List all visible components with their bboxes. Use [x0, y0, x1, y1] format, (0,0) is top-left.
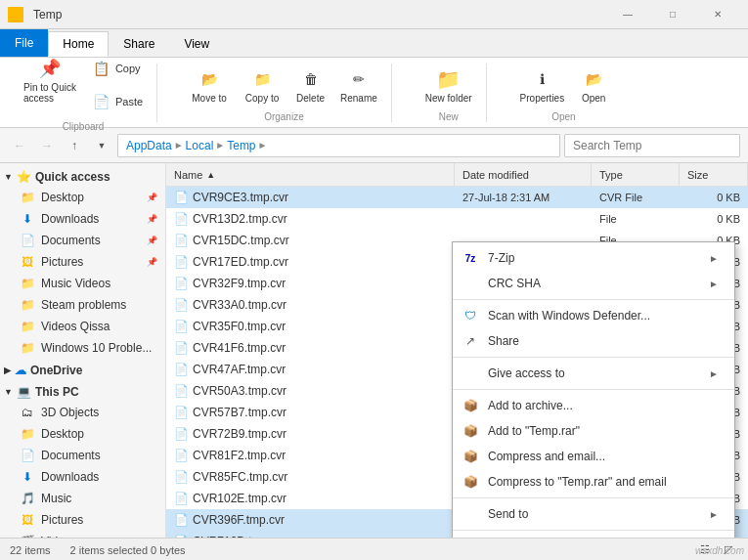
- file-name-cell: 📄 CVR33A0.tmp.cvr: [166, 298, 455, 312]
- file-name: CVR17ED.tmp.cvr: [193, 255, 288, 269]
- content-area: Name ▲ Date modified Type Size 📄 CVR9CE3…: [166, 163, 748, 538]
- context-menu-item[interactable]: 📦 Add to archive...: [453, 393, 734, 418]
- file-icon: 📄: [174, 212, 189, 226]
- table-row[interactable]: 📄 CVR9CE3.tmp.cvr 27-Jul-18 2:31 AM CVR …: [166, 187, 748, 208]
- forward-button[interactable]: →: [35, 134, 59, 157]
- context-menu-item[interactable]: 📦 Compress and email...: [453, 444, 734, 469]
- minimize-button[interactable]: ―: [605, 0, 650, 29]
- file-size-cell: 0 KB: [680, 192, 748, 203]
- watermark: wsxdh.com: [695, 545, 744, 556]
- sidebar-item-windows10[interactable]: 📁 Windows 10 Proble...: [0, 337, 165, 359]
- app-icon: [8, 7, 23, 22]
- context-menu: 7z 7-Zip ► CRC SHA ► 🛡 Scan with Windows…: [452, 241, 735, 538]
- ribbon-group-organize: 📂 Move to 📁 Copy to 🗑 Delete ✏ Rename Or…: [177, 64, 392, 122]
- sidebar-item-pc-desktop[interactable]: 📁 Desktop: [0, 423, 165, 445]
- menu-icon: [461, 276, 480, 291]
- submenu-arrow: ►: [709, 279, 719, 289]
- context-menu-item[interactable]: ↗ Share: [453, 328, 734, 354]
- ribbon-properties-button[interactable]: ℹ Properties: [514, 64, 571, 108]
- file-name: CVR47AF.tmp.cvr: [193, 363, 286, 376]
- ribbon-rename-button[interactable]: ✏ Rename: [334, 64, 383, 108]
- file-icon: 📄: [174, 234, 189, 247]
- sidebar-section-thispc: ▼ 💻 This PC 🗂 3D Objects 📁 Desktop 📄 Doc…: [0, 382, 165, 538]
- context-menu-item[interactable]: Send to ►: [453, 501, 734, 527]
- sidebar-item-videosqissa[interactable]: 📁 Videos Qissa: [0, 316, 165, 337]
- window-controls: ― □ ✕: [605, 0, 740, 29]
- sidebar-pc-pictures-label: Pictures: [41, 513, 83, 527]
- file-name: CVR50A3.tmp.cvr: [193, 384, 286, 398]
- pc-desktop-icon: 📁: [20, 426, 35, 442]
- ribbon-pin-button[interactable]: 📌 Pin to Quickaccess: [18, 53, 82, 117]
- sidebar-item-documents[interactable]: 📄 Documents 📌: [0, 230, 165, 251]
- back-button[interactable]: ←: [8, 134, 31, 157]
- title-bar: Temp ― □ ✕: [0, 0, 748, 29]
- sidebar: ▼ ⭐ Quick access 📁 Desktop 📌 ⬇ Downloads…: [0, 163, 166, 538]
- defender-icon: 🛡: [461, 308, 480, 323]
- file-name-cell: 📄 CVR57B7.tmp.cvr: [166, 406, 455, 419]
- context-menu-item[interactable]: ✂ Cut: [453, 534, 734, 538]
- context-menu-separator: [453, 389, 734, 390]
- sidebar-item-pictures[interactable]: 🖼 Pictures 📌: [0, 251, 165, 273]
- sidebar-item-pc-downloads[interactable]: ⬇ Downloads: [0, 466, 165, 488]
- sidebar-item-music[interactable]: 🎵 Music: [0, 488, 165, 509]
- up-button[interactable]: ↑: [63, 134, 86, 157]
- file-name-cell: 📄 CVR35F0.tmp.cvr: [166, 320, 455, 333]
- col-header-size[interactable]: Size: [680, 163, 748, 187]
- context-menu-label: Add to archive...: [488, 399, 719, 412]
- sidebar-item-pc-pictures[interactable]: 🖼 Pictures: [0, 509, 165, 531]
- sidebar-item-musicvideos[interactable]: 📁 Music Videos: [0, 273, 165, 294]
- col-name-label: Name: [174, 169, 202, 181]
- table-row[interactable]: 📄 CVR13D2.tmp.cvr File 0 KB: [166, 208, 748, 230]
- documents-icon: 📄: [20, 233, 35, 248]
- sidebar-item-videos[interactable]: 🎬 Videos: [0, 531, 165, 538]
- file-icon: 📄: [174, 449, 189, 462]
- tab-view[interactable]: View: [169, 31, 224, 57]
- context-menu-item[interactable]: 7z 7-Zip ►: [453, 245, 734, 271]
- context-menu-item[interactable]: 📦 Compress to "Temp.rar" and email: [453, 469, 734, 495]
- pin-indicator: 📌: [147, 193, 157, 202]
- sidebar-header-quickaccess[interactable]: ▼ ⭐ Quick access: [0, 167, 165, 187]
- col-header-date[interactable]: Date modified: [455, 163, 592, 187]
- ribbon-paste-button[interactable]: 📄 Paste: [84, 86, 149, 117]
- context-menu-item[interactable]: Give access to ►: [453, 361, 734, 386]
- address-path[interactable]: AppData ► Local ► Temp ►: [117, 134, 560, 157]
- copy-icon: 📋: [90, 57, 113, 80]
- file-type-cell: CVR File: [592, 192, 680, 203]
- sidebar-item-desktop[interactable]: 📁 Desktop 📌: [0, 187, 165, 208]
- search-input[interactable]: [564, 134, 740, 157]
- context-menu-item[interactable]: 📦 Add to "Temp.rar": [453, 418, 734, 444]
- file-name-cell: 📄 CVR50A3.tmp.cvr: [166, 384, 455, 398]
- file-icon: 📄: [174, 255, 189, 269]
- file-name-cell: 📄 CVR102E.tmp.cvr: [166, 492, 455, 505]
- sidebar-item-videosqissa-label: Videos Qissa: [41, 320, 110, 333]
- col-header-type[interactable]: Type: [592, 163, 680, 187]
- submenu-arrow: ►: [709, 253, 719, 264]
- copyto-icon: 📁: [250, 67, 274, 91]
- col-header-name[interactable]: Name ▲: [166, 163, 455, 187]
- ribbon-move-button[interactable]: 📂 Move to: [185, 64, 234, 108]
- ribbon-delete-button[interactable]: 🗑 Delete: [290, 64, 330, 108]
- pin-indicator-pictures: 📌: [147, 257, 157, 267]
- context-menu-item[interactable]: CRC SHA ►: [453, 271, 734, 296]
- organize-label: Organize: [264, 111, 304, 122]
- context-menu-item[interactable]: 🛡 Scan with Windows Defender...: [453, 303, 734, 328]
- paste-label: Paste: [115, 96, 143, 108]
- ribbon-copyto-button[interactable]: 📁 Copy to: [238, 64, 286, 108]
- chevron-down-icon-pc: ▼: [4, 387, 13, 397]
- sidebar-item-pc-documents[interactable]: 📄 Documents: [0, 445, 165, 466]
- properties-icon: ℹ: [530, 67, 553, 91]
- sidebar-item-documents-label: Documents: [41, 234, 101, 247]
- sidebar-header-onedrive[interactable]: ▶ ☁ OneDrive: [0, 361, 165, 380]
- sidebar-item-3dobjects[interactable]: 🗂 3D Objects: [0, 402, 165, 423]
- sidebar-header-thispc[interactable]: ▼ 💻 This PC: [0, 382, 165, 402]
- sidebar-item-downloads[interactable]: ⬇ Downloads 📌: [0, 208, 165, 230]
- file-name: CVR81F2.tmp.cvr: [193, 449, 286, 462]
- ribbon-copy-button[interactable]: 📋 Copy: [84, 53, 149, 84]
- close-button[interactable]: ✕: [695, 0, 740, 29]
- maximize-button[interactable]: □: [650, 0, 695, 29]
- sidebar-item-steamproblems[interactable]: 📁 Steam problems: [0, 294, 165, 316]
- ribbon-newfolder-button[interactable]: 📁 New folder: [419, 64, 478, 108]
- ribbon-open-button[interactable]: 📂 Open: [574, 64, 613, 108]
- file-name-cell: 📄 CVR72B9.tmp.cvr: [166, 427, 455, 441]
- recent-locations-button[interactable]: ▼: [90, 134, 113, 157]
